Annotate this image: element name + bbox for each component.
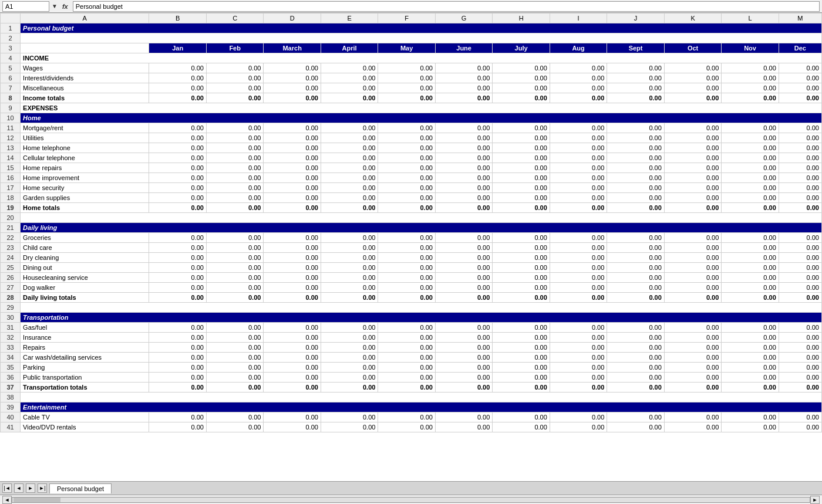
row-2: 2 <box>1 33 822 43</box>
row-num-6: 6 <box>1 73 21 83</box>
month-feb: Feb <box>206 43 263 53</box>
month-jan: Jan <box>149 43 206 53</box>
formula-input[interactable]: Personal budget <box>73 1 820 12</box>
row-14: 14Cellular telephone0.000.000.000.000.00… <box>1 153 822 163</box>
sheet-nav-prev[interactable]: ◄ <box>14 483 23 493</box>
col-header-j[interactable]: J <box>607 13 664 23</box>
row-34: 34Car wash/detailing services0.000.000.0… <box>1 353 822 363</box>
home-totals-label: Home totals <box>21 203 149 213</box>
row-num-3: 3 <box>1 43 21 53</box>
interest-label[interactable]: Interest/dividends <box>21 73 149 83</box>
row-6-interest: 6 Interest/dividends 0.000.00 0.000.00 0… <box>1 73 822 83</box>
wages-aug[interactable]: 0.00 <box>550 63 607 73</box>
col-header-e[interactable]: E <box>321 13 378 23</box>
row-10-home: 10 Home <box>1 113 822 123</box>
dropdown-arrow-icon[interactable]: ▼ <box>52 3 58 9</box>
col-header-m[interactable]: M <box>779 13 821 23</box>
daily-totals-label: Daily living totals <box>21 293 149 303</box>
row-41: 41Video/DVD rentals0.000.000.000.000.000… <box>1 422 822 432</box>
row-30-transport: 30 Transportation <box>1 313 822 323</box>
month-nov: Nov <box>722 43 779 53</box>
wages-jul[interactable]: 0.00 <box>493 63 550 73</box>
home-section-header: Home <box>21 113 822 123</box>
sheet-nav-next[interactable]: ► <box>26 483 35 493</box>
month-april: April <box>321 43 378 53</box>
wages-may[interactable]: 0.00 <box>378 63 435 73</box>
month-oct: Oct <box>664 43 721 53</box>
wages-dec[interactable]: 0.00 <box>779 63 821 73</box>
col-header-k[interactable]: K <box>664 13 721 23</box>
row-num-7: 7 <box>1 83 21 93</box>
wages-feb[interactable]: 0.00 <box>206 63 263 73</box>
expenses-heading: EXPENSES <box>21 103 822 113</box>
row-27: 27Dog walker0.000.000.000.000.000.000.00… <box>1 283 822 293</box>
cell-reference-box[interactable]: A1 <box>2 1 49 12</box>
title-cell[interactable]: Personal budget <box>21 23 822 33</box>
income-heading: INCOME <box>21 53 822 63</box>
row-num-1: 1 <box>1 23 21 33</box>
row-12: 12Utilities0.000.000.000.000.000.000.000… <box>1 133 822 143</box>
wages-oct[interactable]: 0.00 <box>664 63 721 73</box>
sheet-nav-last[interactable]: ►| <box>38 483 47 493</box>
spreadsheet-grid: A B C D E F G H I J K L M 1 <box>0 13 822 432</box>
row-37-transport-totals: 37 Transportation totals 0.000.000.000.0… <box>1 383 822 393</box>
horizontal-scrollbar[interactable]: ◄ ► <box>0 495 822 504</box>
row-9-expenses: 9 EXPENSES <box>1 103 822 113</box>
income-totals-label: Income totals <box>21 93 149 103</box>
scroll-thumb[interactable] <box>14 498 60 502</box>
row-11: 11Mortgage/rent0.000.000.000.000.000.000… <box>1 123 822 133</box>
row-num-5: 5 <box>1 63 21 73</box>
col-header-d[interactable]: D <box>264 13 321 23</box>
wages-jan[interactable]: 0.00 <box>149 63 206 73</box>
row-20: 20 <box>1 213 822 223</box>
row-1: 1 Personal budget <box>1 23 822 33</box>
row-num-8: 8 <box>1 93 21 103</box>
col-header-l[interactable]: L <box>722 13 779 23</box>
row-26: 26Housecleaning service0.000.000.000.000… <box>1 273 822 283</box>
row-38: 38 <box>1 393 822 402</box>
col-header-i[interactable]: I <box>550 13 607 23</box>
sheet-tab-personal-budget[interactable]: Personal budget <box>49 483 112 493</box>
col-header-f[interactable]: F <box>378 13 435 23</box>
corner-cell <box>1 13 21 23</box>
wages-label[interactable]: Wages <box>21 63 149 73</box>
row-21-daily: 21 Daily living <box>1 223 822 233</box>
row-8-income-totals: 8 Income totals 0.000.00 0.000.00 0.000.… <box>1 93 822 103</box>
col-header-h[interactable]: H <box>493 13 550 23</box>
col-header-b[interactable]: B <box>149 13 206 23</box>
sheet-area: A B C D E F G H I J K L M 1 <box>0 13 822 481</box>
row-36: 36Public transportation0.000.000.000.000… <box>1 373 822 383</box>
scroll-left-btn[interactable]: ◄ <box>2 496 12 504</box>
scroll-right-btn[interactable]: ► <box>810 496 820 504</box>
row-13: 13Home telephone0.000.000.000.000.000.00… <box>1 143 822 153</box>
row-3-months: 3 Jan Feb March April May June July Aug … <box>1 43 822 53</box>
row-19-home-totals: 19 Home totals 0.000.000.000.000.000.000… <box>1 203 822 213</box>
col-header-c[interactable]: C <box>206 13 263 23</box>
col-header-a[interactable]: A <box>21 13 149 23</box>
month-dec: Dec <box>779 43 821 53</box>
wages-sep[interactable]: 0.00 <box>607 63 664 73</box>
row-33: 33Repairs0.000.000.000.000.000.000.000.0… <box>1 343 822 353</box>
wages-mar[interactable]: 0.00 <box>264 63 321 73</box>
wages-apr[interactable]: 0.00 <box>321 63 378 73</box>
col-header-g[interactable]: G <box>435 13 492 23</box>
row-24: 24Dry cleaning0.000.000.000.000.000.000.… <box>1 253 822 263</box>
sheet-nav-first[interactable]: |◄ <box>2 483 12 493</box>
row-35: 35Parking0.000.000.000.000.000.000.000.0… <box>1 363 822 373</box>
fx-icon: fx <box>60 3 70 10</box>
row-num-9: 9 <box>1 103 21 113</box>
formula-bar: A1 ▼ fx Personal budget <box>0 0 822 13</box>
wages-nov[interactable]: 0.00 <box>722 63 779 73</box>
row-40: 40Cable TV0.000.000.000.000.000.000.000.… <box>1 412 822 422</box>
row-16: 16Home improvement0.000.000.000.000.000.… <box>1 173 822 183</box>
scroll-track[interactable] <box>12 497 810 503</box>
entertainment-section-header: Entertainment <box>21 402 822 412</box>
month-aug: Aug <box>550 43 607 53</box>
row-29: 29 <box>1 303 822 313</box>
misc-label[interactable]: Miscellaneous <box>21 83 149 93</box>
month-june: June <box>435 43 492 53</box>
app-container: A1 ▼ fx Personal budget <box>0 0 822 504</box>
daily-living-section-header: Daily living <box>21 223 822 233</box>
wages-jun[interactable]: 0.00 <box>435 63 492 73</box>
column-headers-row: A B C D E F G H I J K L M <box>1 13 822 23</box>
